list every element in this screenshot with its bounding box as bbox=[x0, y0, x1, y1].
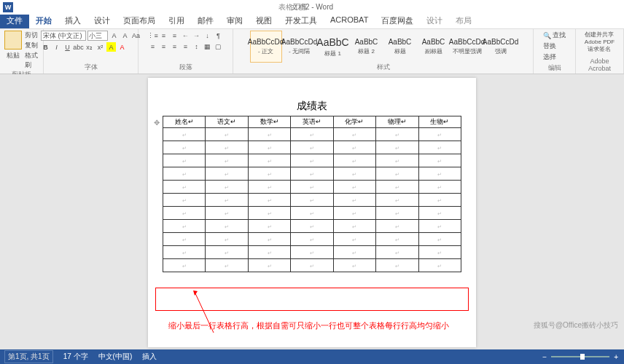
style-不明显强调[interactable]: AaBbCcDd不明显强调 bbox=[451, 31, 483, 63]
border-icon[interactable]: ▢ bbox=[214, 41, 223, 51]
col-物理[interactable]: 物理↵ bbox=[376, 116, 418, 128]
indent-icon[interactable]: → bbox=[192, 31, 201, 40]
find-button[interactable]: 🔍查找 bbox=[543, 31, 566, 40]
align-center-icon[interactable]: ≡ bbox=[159, 41, 168, 51]
tab-审阅[interactable]: 审阅 bbox=[220, 13, 249, 28]
tab-开发工具[interactable]: 开发工具 bbox=[278, 13, 324, 28]
brush-button[interactable]: 格式刷 bbox=[25, 51, 39, 70]
table-row[interactable]: ↵↵↵↵↵↵↵ bbox=[163, 167, 461, 181]
contextual-label: 表格工具 bbox=[278, 2, 308, 12]
tab-file[interactable]: 文件 bbox=[0, 13, 29, 28]
paste-button[interactable]: 粘贴 bbox=[4, 31, 22, 70]
shrink-font-icon[interactable]: A bbox=[120, 31, 130, 41]
sort-icon[interactable]: ↓ bbox=[203, 31, 212, 40]
style-标题 2[interactable]: AaBbC标题 2 bbox=[351, 31, 383, 63]
tab-ACROBAT[interactable]: ACROBAT bbox=[324, 13, 375, 28]
style-标题[interactable]: AaBbC标题 bbox=[384, 31, 416, 63]
bold-icon[interactable]: B bbox=[41, 42, 50, 52]
status-page[interactable]: 第1页, 共1页 bbox=[4, 350, 53, 363]
underline-icon[interactable]: U bbox=[63, 42, 72, 52]
adobe-share-button[interactable]: 创建并共享Adobe PDF bbox=[585, 31, 615, 45]
zoom-in-icon[interactable]: + bbox=[614, 353, 618, 361]
group-adobe: 创建并共享Adobe PDF 请求签名 Adobe Acrobat bbox=[576, 29, 624, 74]
document-area[interactable]: 成绩表 ✥ 姓名↵语文↵数学↵英语↵化学↵物理↵生物↵↵↵↵↵↵↵↵↵↵↵↵↵↵… bbox=[0, 74, 624, 349]
select-button[interactable]: 选择 bbox=[543, 52, 566, 62]
style-- 正文[interactable]: AaBbCcDd- 正文 bbox=[250, 31, 282, 63]
grades-table[interactable]: 姓名↵语文↵数学↵英语↵化学↵物理↵生物↵↵↵↵↵↵↵↵↵↵↵↵↵↵↵↵↵↵↵↵… bbox=[163, 116, 461, 272]
table-row[interactable]: ↵↵↵↵↵↵↵ bbox=[163, 181, 461, 194]
style-- 无间隔[interactable]: AaBbCcDd- 无间隔 bbox=[284, 31, 316, 63]
table-title: 成绩表 bbox=[163, 100, 461, 113]
table-row[interactable]: ↵↵↵↵↵↵↵ bbox=[163, 246, 461, 259]
align-left-icon[interactable]: ≡ bbox=[148, 41, 157, 51]
table-row[interactable]: ↵↵↵↵↵↵↵ bbox=[163, 220, 461, 233]
tab-开始[interactable]: 开始 bbox=[29, 13, 58, 28]
adobe-sign-button[interactable]: 请求签名 bbox=[585, 45, 615, 53]
font-family-select[interactable]: 宋体 (中文正) bbox=[41, 31, 86, 41]
table-row[interactable]: ↵↵↵↵↵↵↵ bbox=[163, 194, 461, 207]
table-row[interactable]: ↵↵↵↵↵↵↵ bbox=[163, 128, 461, 141]
zoom-out-icon[interactable]: − bbox=[542, 353, 547, 361]
table-row[interactable]: ↵↵↵↵↵↵↵ bbox=[163, 259, 461, 272]
grow-font-icon[interactable]: A bbox=[109, 31, 119, 41]
tab-布局[interactable]: 布局 bbox=[449, 13, 478, 28]
zoom-slider[interactable] bbox=[551, 356, 609, 357]
paste-label: 粘贴 bbox=[7, 51, 20, 60]
numbering-icon[interactable]: ≡ bbox=[159, 31, 168, 40]
italic-icon[interactable]: I bbox=[52, 42, 61, 52]
table-move-handle[interactable]: ✥ bbox=[154, 119, 161, 126]
sup-icon[interactable]: x² bbox=[95, 42, 105, 52]
color-icon[interactable]: A bbox=[117, 42, 127, 52]
table-row[interactable]: ↵↵↵↵↵↵↵ bbox=[163, 233, 461, 246]
editing-label: 编辑 bbox=[548, 63, 561, 73]
col-语文[interactable]: 语文↵ bbox=[206, 116, 248, 128]
col-化学[interactable]: 化学↵ bbox=[333, 116, 375, 128]
style-标题 1[interactable]: AaBbC标题 1 bbox=[317, 31, 349, 63]
shading-icon[interactable]: ▦ bbox=[203, 41, 212, 51]
group-paragraph: ⋮≡ ≡ ≡ ← → ↓ ¶ ≡ ≡ ≡ ≡ ↕ ▦ ▢ 段落 bbox=[139, 29, 233, 74]
zoom-control[interactable]: − + bbox=[542, 353, 618, 361]
ribbon: 粘贴 剪切 复制 格式刷 剪贴板 宋体 (中文正) 小三 A A Aa B I … bbox=[0, 29, 624, 74]
titlebar: W 文档2 - Word 表格工具 bbox=[0, 0, 624, 15]
marks-icon[interactable]: ¶ bbox=[214, 31, 223, 40]
outdent-icon[interactable]: ← bbox=[181, 31, 190, 40]
tab-设计[interactable]: 设计 bbox=[420, 13, 449, 28]
styles-label: 样式 bbox=[377, 63, 390, 72]
tab-百度网盘[interactable]: 百度网盘 bbox=[375, 13, 420, 28]
group-font: 宋体 (中文正) 小三 A A Aa B I U abc x₂ x² A A 字… bbox=[44, 29, 139, 74]
col-姓名[interactable]: 姓名↵ bbox=[163, 116, 206, 128]
sub-icon[interactable]: x₂ bbox=[85, 42, 94, 52]
align-right-icon[interactable]: ≡ bbox=[170, 41, 179, 51]
col-数学[interactable]: 数学↵ bbox=[248, 116, 290, 128]
tab-引用[interactable]: 引用 bbox=[162, 13, 191, 28]
justify-icon[interactable]: ≡ bbox=[181, 41, 190, 51]
paragraph-label: 段落 bbox=[179, 63, 192, 72]
font-label: 字体 bbox=[85, 63, 98, 72]
tab-插入[interactable]: 插入 bbox=[58, 13, 87, 28]
col-英语[interactable]: 英语↵ bbox=[291, 116, 333, 128]
tab-页面布局[interactable]: 页面布局 bbox=[117, 13, 162, 28]
status-words[interactable]: 17 个字 bbox=[63, 352, 88, 362]
spacing-icon[interactable]: ↕ bbox=[192, 41, 201, 51]
style-副标题[interactable]: AaBbC副标题 bbox=[418, 31, 450, 63]
highlight-icon[interactable]: A bbox=[106, 42, 116, 52]
table-row[interactable]: ↵↵↵↵↵↵↵ bbox=[163, 207, 461, 220]
tab-邮件[interactable]: 邮件 bbox=[191, 13, 220, 28]
cut-button[interactable]: 剪切 bbox=[25, 31, 38, 40]
statusbar: 第1页, 共1页 17 个字 中文(中国) 插入 − + bbox=[0, 349, 624, 364]
tab-设计[interactable]: 设计 bbox=[87, 13, 117, 28]
table-row[interactable]: ↵↵↵↵↵↵↵ bbox=[163, 154, 461, 167]
font-size-select[interactable]: 小三 bbox=[87, 31, 108, 41]
multilevel-icon[interactable]: ≡ bbox=[170, 31, 179, 40]
status-insert[interactable]: 插入 bbox=[142, 352, 157, 362]
col-生物[interactable]: 生物↵ bbox=[418, 116, 461, 128]
style-强调[interactable]: AaBbCcDd强调 bbox=[485, 31, 517, 63]
copy-button[interactable]: 复制 bbox=[25, 41, 38, 50]
status-lang[interactable]: 中文(中国) bbox=[98, 352, 133, 362]
table-row[interactable]: ↵↵↵↵↵↵↵ bbox=[163, 141, 461, 154]
strike-icon[interactable]: abc bbox=[74, 42, 83, 52]
tab-视图[interactable]: 视图 bbox=[249, 13, 278, 28]
bullets-icon[interactable]: ⋮≡ bbox=[148, 31, 157, 40]
replace-button[interactable]: 替换 bbox=[543, 41, 566, 51]
page: 成绩表 ✥ 姓名↵语文↵数学↵英语↵化学↵物理↵生物↵↵↵↵↵↵↵↵↵↵↵↵↵↵… bbox=[148, 78, 476, 347]
